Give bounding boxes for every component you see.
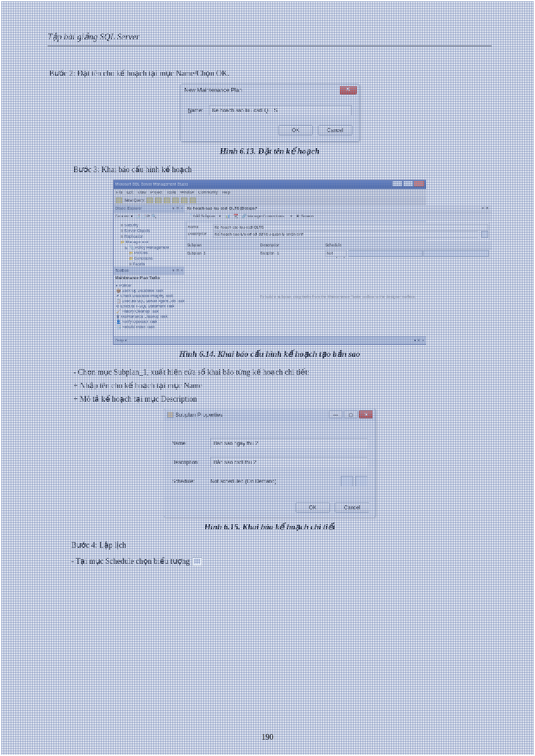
page-number: 190 (262, 731, 274, 743)
calendar-icon (192, 557, 202, 566)
schedule-calendar-icon[interactable] (341, 476, 353, 486)
subplan-properties-dialog: Subplan Properties — ▢ ✕ Name: Descripti… (164, 408, 376, 518)
